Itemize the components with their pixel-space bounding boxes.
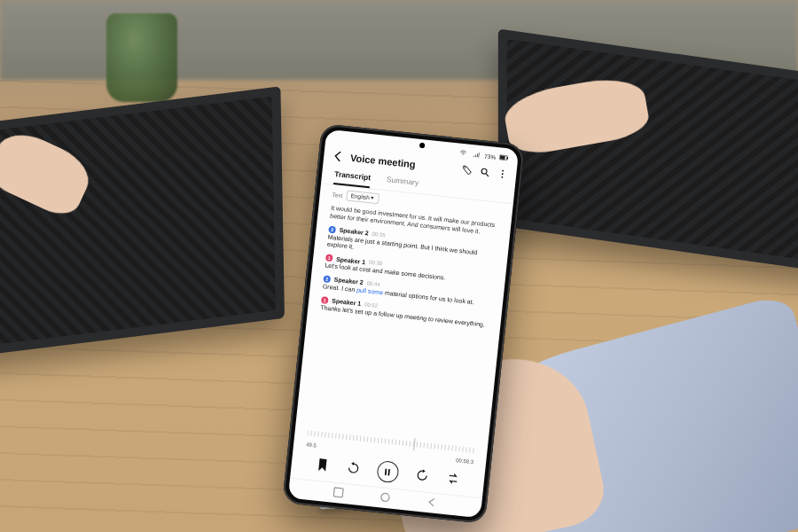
speaker-badge: 1 [321,296,329,304]
svg-point-4 [481,168,486,173]
svg-rect-1 [500,155,505,160]
repeat-button[interactable] [445,471,461,487]
total-time: 00:58.3 [456,458,474,465]
battery-icon [498,152,510,163]
language-label: Text [332,191,343,198]
svg-rect-2 [507,157,509,160]
speaker-badge: 1 [325,254,333,262]
forward-button[interactable] [414,467,430,483]
utterance-time: 00:39 [369,260,383,267]
speaker-badge: 2 [328,225,336,233]
nav-home[interactable] [379,491,391,503]
svg-point-3 [464,167,466,168]
tag-icon[interactable] [461,164,473,176]
svg-rect-8 [334,488,344,497]
wifi-icon [458,147,469,159]
phone: 73% Voice meeting Transcript Summary [282,123,525,524]
current-time: 49.5 [306,442,317,448]
laptop-left [0,86,285,356]
svg-point-7 [501,176,503,177]
svg-point-5 [502,169,504,171]
language-select[interactable]: English ▾ [346,191,379,205]
svg-point-9 [380,493,389,502]
utterance-time: 00:52 [364,301,379,309]
play-button[interactable] [376,460,399,483]
utterance-time: 00:44 [366,280,380,287]
photo-scene: 73% Voice meeting Transcript Summary [0,0,798,532]
battery-text: 73% [484,153,497,160]
back-button[interactable] [332,151,344,162]
nav-recents[interactable] [332,487,344,498]
utterance-time: 00:35 [372,231,386,238]
chevron-down-icon: ▾ [371,194,375,200]
bookmark-button[interactable] [315,458,331,473]
tab-summary[interactable]: Summary [386,172,419,193]
search-icon[interactable] [479,166,490,177]
speaker-badge: 2 [323,275,331,283]
tab-transcript[interactable]: Transcript [333,167,372,188]
more-icon[interactable] [497,168,508,179]
nav-back[interactable] [426,497,437,508]
transcript-body[interactable]: It would be good investment for us. It w… [296,200,512,442]
signal-icon [471,149,482,160]
glass-object [106,13,177,102]
phone-screen: 73% Voice meeting Transcript Summary [288,129,519,518]
rewind-button[interactable] [346,460,362,476]
phone-frame: 73% Voice meeting Transcript Summary [282,123,525,524]
svg-point-6 [501,173,503,175]
